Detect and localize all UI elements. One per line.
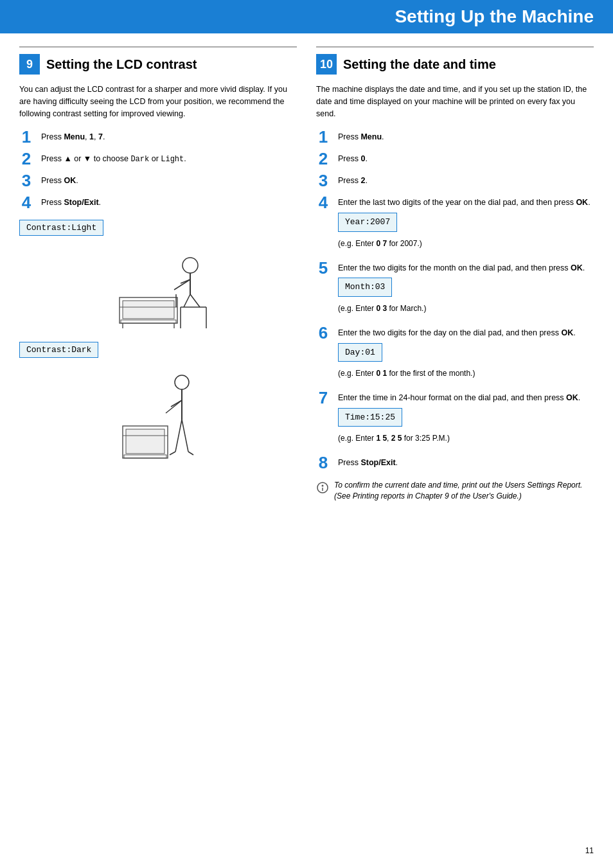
- svg-line-10: [184, 294, 190, 307]
- section10-step1: 1 Press Menu.: [316, 128, 594, 145]
- svg-line-23: [171, 400, 182, 407]
- section10-step4: 4 Enter the last two digits of the year …: [316, 194, 594, 254]
- lcd-month: Month:03: [338, 278, 392, 297]
- svg-line-27: [188, 452, 193, 455]
- lcd-year: Year:2007: [338, 213, 397, 232]
- step-content: Enter the two digits for the day on the …: [338, 324, 576, 384]
- step-content: Enter the last two digits of the year on…: [338, 194, 591, 254]
- step-content: Press ▲ or ▼ to choose Dark or Light.: [41, 150, 186, 165]
- svg-line-11: [190, 294, 200, 307]
- step-num: 4: [316, 194, 330, 211]
- svg-point-29: [322, 485, 324, 487]
- example-time: (e.g. Enter 1 5, 2 5 for 3:25 P.M.): [338, 432, 580, 444]
- section9-step3: 3 Press OK.: [19, 172, 297, 189]
- section10-step5: 5 Enter the two digits for the month on …: [316, 260, 594, 319]
- step-num: 3: [19, 172, 33, 189]
- section10-title: Setting the date and time: [343, 57, 496, 72]
- svg-point-20: [175, 375, 189, 389]
- section9-header: 9 Setting the LCD contrast: [19, 54, 297, 75]
- section10-intro: The machine displays the date and time, …: [316, 84, 594, 120]
- page-number: 11: [585, 846, 594, 855]
- note-box: To confirm the current date and time, pr…: [316, 480, 594, 502]
- step-num: 1: [19, 128, 33, 145]
- svg-line-26: [170, 452, 175, 455]
- note-text: To confirm the current date and time, pr…: [334, 480, 594, 502]
- lcd-day: Day:01: [338, 343, 382, 362]
- step-num: 4: [19, 194, 33, 211]
- lcd-time: Time:15:25: [338, 408, 402, 427]
- step-num: 2: [19, 150, 33, 167]
- step-content: Press Menu, 1, 7.: [41, 128, 105, 143]
- illustration-standing: [19, 368, 297, 473]
- step-content: Press Stop/Exit.: [41, 194, 101, 209]
- step-content: Press Stop/Exit.: [338, 454, 398, 469]
- step-num: 5: [316, 260, 330, 276]
- section10-column: 10 Setting the date and time The machine…: [316, 46, 594, 502]
- section9-number: 9: [19, 54, 40, 75]
- lcd-light-display: Contrast:Light: [19, 220, 103, 236]
- step-num: 1: [316, 128, 330, 145]
- step-num: 7: [316, 389, 330, 406]
- svg-point-6: [182, 258, 198, 273]
- page-title: Setting Up the Machine: [395, 6, 594, 26]
- section10-header: 10 Setting the date and time: [316, 54, 594, 75]
- step-content: Enter the two digits for the month on th…: [338, 260, 585, 319]
- section9-column: 9 Setting the LCD contrast You can adjus…: [19, 46, 297, 479]
- step-content: Press Menu.: [338, 128, 384, 143]
- svg-line-24: [175, 420, 182, 452]
- example-month: (e.g. Enter 0 3 for March.): [338, 303, 585, 314]
- section10-step7: 7 Enter the time in 24-hour format on th…: [316, 389, 594, 449]
- step-num: 6: [316, 324, 330, 341]
- section10-step2: 2 Press 0.: [316, 150, 594, 167]
- step-content: Press 2.: [338, 172, 368, 187]
- section9-title: Setting the LCD contrast: [46, 57, 197, 72]
- section10-step6: 6 Enter the two digits for the day on th…: [316, 324, 594, 384]
- step-num: 3: [316, 172, 330, 189]
- step-content: Press OK.: [41, 172, 78, 187]
- example-year: (e.g. Enter 0 7 for 2007.): [338, 238, 591, 249]
- content-area: 9 Setting the LCD contrast You can adjus…: [0, 33, 613, 515]
- step-content: Enter the time in 24-hour format on the …: [338, 389, 580, 449]
- section9-intro: You can adjust the LCD contrast for a sh…: [19, 84, 297, 120]
- page-header: Setting Up the Machine: [0, 0, 613, 33]
- step-num: 8: [316, 454, 330, 471]
- section9-step1: 1 Press Menu, 1, 7.: [19, 128, 297, 145]
- step-content: Press 0.: [338, 150, 368, 165]
- step-num: 2: [316, 150, 330, 167]
- example-day: (e.g. Enter 0 1 for the first of the mon…: [338, 368, 576, 379]
- page-wrapper: Setting Up the Machine 9 Setting the LCD…: [0, 0, 613, 868]
- section9-step2: 2 Press ▲ or ▼ to choose Dark or Light.: [19, 150, 297, 167]
- section10-number: 10: [316, 54, 337, 75]
- illustration-sitting: [19, 246, 297, 332]
- standing-figure-svg: [120, 368, 197, 471]
- section10-step3: 3 Press 2.: [316, 172, 594, 189]
- svg-rect-17: [126, 429, 164, 454]
- sitting-figure-svg: [107, 246, 209, 330]
- svg-line-25: [182, 420, 188, 452]
- svg-line-8: [174, 279, 190, 290]
- section10-step8: 8 Press Stop/Exit.: [316, 454, 594, 471]
- svg-rect-1: [123, 301, 174, 319]
- note-icon: [316, 481, 329, 502]
- section9-step4: 4 Press Stop/Exit.: [19, 194, 297, 211]
- lcd-dark-display: Contrast:Dark: [19, 342, 98, 358]
